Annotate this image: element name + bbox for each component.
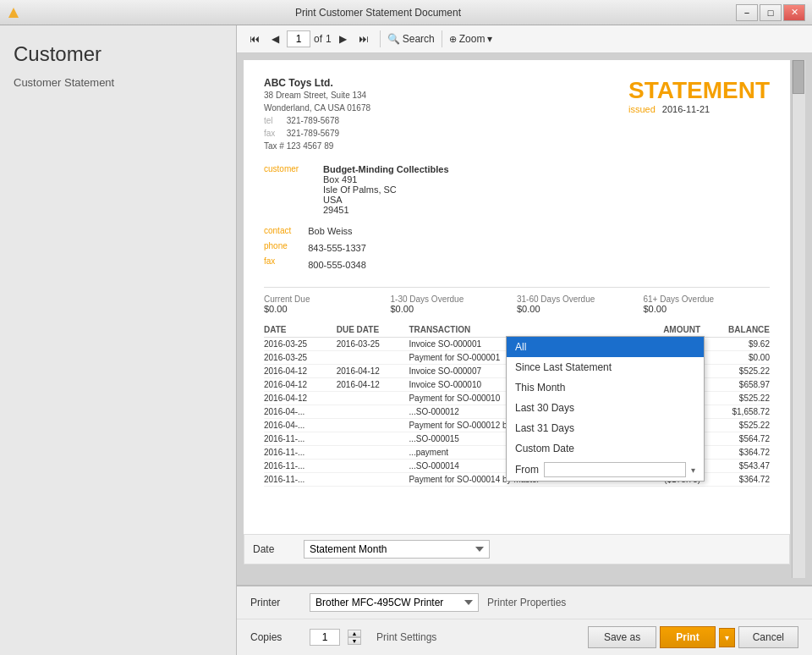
dropdown-item[interactable]: Last 30 Days	[507, 398, 704, 418]
sidebar-title: Customer	[14, 42, 222, 66]
table-cell	[337, 446, 409, 460]
copies-row: Copies ▲ ▼ Print Settings Save as Print …	[237, 619, 812, 655]
print-settings-link[interactable]: Print Settings	[376, 631, 436, 643]
first-page-icon: ⏮	[250, 33, 260, 45]
page-number-input[interactable]	[287, 30, 310, 47]
statement-title: STATEMENT	[628, 77, 770, 104]
table-cell: 2016-03-25	[337, 338, 409, 351]
vertical-scrollbar[interactable]	[792, 60, 805, 578]
page-total: 1	[326, 33, 332, 45]
phone-label: phone	[264, 239, 291, 254]
prev-page-button[interactable]: ◀	[267, 30, 283, 47]
last-page-icon: ⏭	[359, 33, 369, 45]
zoom-button[interactable]: ⊕ Zoom ▾	[449, 33, 493, 45]
printer-select[interactable]: Brother MFC-495CW Printer	[310, 593, 479, 612]
zoom-dropdown-icon: ▾	[487, 33, 492, 45]
copies-down-button[interactable]: ▼	[348, 637, 361, 645]
print-button[interactable]: Print	[660, 626, 715, 648]
tel-line: tel 321-789-5678	[264, 114, 770, 127]
table-cell	[337, 419, 409, 432]
aging-label: 1-30 Days Overdue	[391, 294, 518, 304]
aging-label: 31-60 Days Overdue	[517, 294, 644, 304]
customer-zip: 29451	[323, 205, 449, 215]
table-cell: $525.22	[700, 419, 770, 432]
bottom-bar: Printer Brother MFC-495CW Printer Printe…	[237, 585, 812, 655]
print-split-button[interactable]: ▾	[719, 628, 735, 647]
customer-country: USA	[323, 195, 449, 205]
from-label: From	[515, 464, 539, 476]
table-cell: 2016-04-12	[337, 365, 409, 378]
table-cell: $525.22	[700, 392, 770, 405]
contact-phone: 843-555-1337	[308, 240, 366, 257]
dropdown-item[interactable]: Custom Date	[507, 438, 704, 459]
table-cell: $525.22	[700, 365, 770, 378]
customer-info: Budget-Minding Collectibles Box 491 Isle…	[323, 164, 449, 215]
fax-label: fax	[264, 127, 284, 140]
copies-spinner: ▲ ▼	[348, 630, 361, 645]
table-cell: 2016-11-...	[264, 446, 337, 460]
table-cell: 2016-03-25	[264, 351, 337, 365]
tax-line: Tax # 123 4567 89	[264, 140, 770, 152]
dropdown-item[interactable]: This Month	[507, 377, 704, 398]
dropdown-item[interactable]: All	[507, 337, 704, 357]
scrollbar-thumb[interactable]	[793, 60, 804, 94]
last-page-button[interactable]: ⏭	[354, 30, 373, 47]
maximize-button[interactable]: □	[760, 4, 782, 21]
table-cell	[337, 473, 409, 487]
table-header: BALANCE	[700, 322, 770, 338]
filter-select[interactable]: Statement MonthAllSince Last StatementTh…	[304, 540, 490, 559]
document-preview: ABC Toys Ltd. 38 Dream Street, Suite 134…	[244, 60, 790, 534]
table-cell: $564.72	[700, 432, 770, 446]
from-date-input[interactable]	[544, 462, 686, 477]
filter-label: Date	[253, 543, 295, 555]
issued-date: 2016-11-21	[662, 104, 710, 114]
table-header: DUE DATE	[337, 322, 409, 338]
next-page-icon: ▶	[339, 33, 347, 45]
title-bar: Print Customer Statement Document − □ ✕	[0, 0, 812, 25]
toolbar-separator	[380, 30, 381, 47]
filter-row: Date Statement MonthAllSince Last Statem…	[244, 534, 790, 564]
table-cell	[337, 432, 409, 446]
search-icon: 🔍	[387, 33, 400, 45]
printer-properties-link[interactable]: Printer Properties	[487, 597, 566, 608]
table-cell: $0.00	[700, 351, 770, 365]
close-button[interactable]: ✕	[783, 4, 805, 21]
contact-fax: 800-555-0348	[308, 257, 366, 274]
minimize-button[interactable]: −	[736, 4, 758, 21]
customer-name: Budget-Minding Collectibles	[323, 164, 449, 174]
copies-input[interactable]	[310, 629, 340, 646]
sidebar: Customer Customer Statement	[0, 25, 237, 655]
window-title: Print Customer Statement Document	[20, 7, 736, 19]
printer-label: Printer	[250, 597, 301, 608]
contact-row: contact phone fax Bob Weiss 843-555-1337…	[264, 223, 770, 273]
page-of: of	[314, 33, 322, 45]
first-page-button[interactable]: ⏮	[245, 30, 264, 47]
customer-label: customer	[264, 164, 306, 215]
save-as-button[interactable]: Save as	[588, 626, 656, 648]
copies-up-button[interactable]: ▲	[348, 630, 361, 637]
table-cell: 2016-11-...	[264, 473, 337, 487]
table-cell: 2016-04-12	[264, 378, 337, 392]
aging-label: 61+ Days Overdue	[644, 294, 771, 304]
dropdown-menu: AllSince Last StatementThis MonthLast 30…	[506, 336, 705, 482]
table-cell: 2016-04-...	[264, 419, 337, 432]
right-panel: ⏮ ◀ of 1 ▶ ⏭ 🔍 Search ⊕ Zoom ▾	[237, 25, 812, 655]
tax-label: Tax #	[264, 141, 284, 151]
table-cell: 2016-11-...	[264, 460, 337, 473]
dropdown-date-arrow: ▾	[691, 465, 695, 475]
table-cell	[337, 405, 409, 419]
prev-page-icon: ◀	[272, 33, 279, 45]
cancel-button[interactable]: Cancel	[738, 626, 798, 648]
table-cell: $658.97	[700, 378, 770, 392]
fax2-label: fax	[264, 254, 291, 269]
tel-value: 321-789-5678	[287, 116, 339, 125]
dropdown-item[interactable]: Since Last Statement	[507, 357, 704, 377]
printer-row: Printer Brother MFC-495CW Printer Printe…	[237, 586, 812, 619]
search-button[interactable]: 🔍 Search	[387, 33, 435, 45]
table-cell: $364.72	[700, 473, 770, 487]
next-page-button[interactable]: ▶	[335, 30, 351, 47]
table-cell: 2016-04-12	[264, 392, 337, 405]
aging-col: Current Due$0.00	[264, 294, 391, 314]
dropdown-item[interactable]: Last 31 Days	[507, 418, 704, 438]
tax-value: 123 4567 89	[287, 141, 334, 151]
